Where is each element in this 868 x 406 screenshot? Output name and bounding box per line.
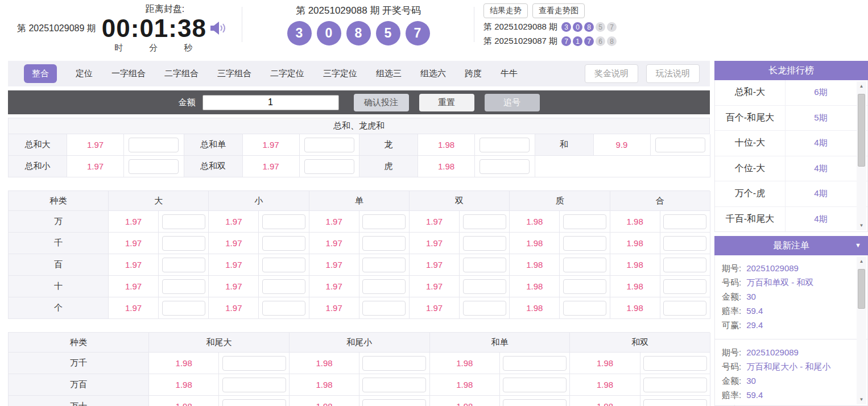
- bet-input[interactable]: [463, 279, 506, 294]
- scrollbar[interactable]: ▲ ▼: [857, 256, 866, 404]
- bet-input[interactable]: [162, 279, 205, 294]
- bet-input[interactable]: [262, 279, 305, 294]
- tab-dingwei[interactable]: 定位: [76, 68, 93, 79]
- odds-cell: 1.98: [290, 374, 359, 396]
- bet-input[interactable]: [304, 159, 354, 174]
- column-header: 小: [209, 191, 309, 211]
- bet-input[interactable]: [222, 378, 286, 392]
- tab-zuxuan3[interactable]: 组选三: [376, 68, 402, 79]
- bet-input[interactable]: [563, 214, 606, 229]
- scrollbar-thumb[interactable]: [858, 94, 865, 167]
- bet-input[interactable]: [162, 236, 205, 251]
- bet-input-cell: [660, 233, 710, 254]
- amount-input[interactable]: [202, 95, 339, 110]
- bet-input[interactable]: [162, 301, 205, 316]
- scroll-down-icon[interactable]: ▼: [857, 395, 866, 404]
- bet-input[interactable]: [655, 138, 705, 152]
- bet-input[interactable]: [663, 301, 706, 316]
- bet-input[interactable]: [362, 236, 406, 251]
- bet-input[interactable]: [262, 214, 305, 229]
- reset-button[interactable]: 重置: [419, 94, 474, 111]
- column-header: 质: [510, 191, 610, 211]
- tab-kuadu[interactable]: 跨度: [465, 68, 482, 79]
- bet-input[interactable]: [222, 399, 286, 406]
- bet-input[interactable]: [362, 301, 406, 316]
- bet-input[interactable]: [129, 138, 179, 152]
- bet-input[interactable]: [643, 356, 707, 371]
- bet-input[interactable]: [463, 236, 506, 251]
- scrollbar-thumb[interactable]: [858, 269, 865, 309]
- speaker-icon[interactable]: [210, 20, 228, 36]
- tab-sanzi-zuhe[interactable]: 三字组合: [217, 68, 251, 79]
- dragon-rank-header: 长龙排行榜: [714, 61, 868, 80]
- bet-input[interactable]: [563, 279, 606, 294]
- bet-input[interactable]: [463, 258, 506, 272]
- bet-input[interactable]: [463, 214, 506, 229]
- confirm-bet-button[interactable]: 确认投注: [354, 94, 409, 111]
- bet-input[interactable]: [563, 236, 606, 251]
- collapse-caret-icon[interactable]: ▼: [855, 242, 861, 248]
- bet-input[interactable]: [663, 214, 706, 229]
- scrollbar[interactable]: ▲ ▼: [857, 81, 866, 230]
- bet-input[interactable]: [563, 258, 606, 272]
- bet-input[interactable]: [362, 258, 406, 272]
- bet-input[interactable]: [262, 301, 305, 316]
- rules-info-button[interactable]: 玩法说明: [646, 64, 700, 83]
- bet-input[interactable]: [262, 258, 305, 272]
- bet-input[interactable]: [503, 378, 567, 392]
- bet-input-cell: [159, 211, 209, 233]
- odds-cell: 1.98: [418, 156, 475, 177]
- amount-label: 金额: [179, 97, 196, 108]
- tab-sanzi-dingwei[interactable]: 三字定位: [323, 68, 357, 79]
- bet-input[interactable]: [222, 356, 286, 371]
- bet-input[interactable]: [362, 214, 406, 229]
- scroll-up-icon[interactable]: ▲: [857, 82, 866, 90]
- odds-cell: 1.98: [510, 276, 560, 297]
- bet-input-cell: [359, 211, 410, 233]
- bonus-info-button[interactable]: 奖金说明: [585, 64, 638, 83]
- row-label: 万千: [9, 353, 149, 374]
- bet-input[interactable]: [643, 399, 707, 406]
- odds-cell: 1.97: [410, 297, 460, 319]
- tab-zhenghe[interactable]: 整合: [24, 64, 57, 83]
- row-label: 千: [9, 233, 109, 254]
- bet-input[interactable]: [463, 301, 506, 316]
- odds-cell: 1.97: [109, 233, 159, 254]
- result-trend-button[interactable]: 结果走势: [483, 3, 528, 18]
- bet-input[interactable]: [362, 378, 426, 392]
- order-amount-label: 金额:: [722, 374, 741, 388]
- tab-erzi-zuhe[interactable]: 二字组合: [164, 68, 199, 79]
- history-issue: 第 20251029088 期: [483, 22, 557, 32]
- bet-input[interactable]: [362, 399, 426, 406]
- bet-input[interactable]: [304, 138, 354, 152]
- bet-input-cell: [159, 254, 209, 276]
- chase-number-button[interactable]: 追号: [485, 94, 540, 111]
- bet-input[interactable]: [129, 159, 179, 174]
- bet-input[interactable]: [643, 378, 707, 392]
- tab-erzi-dingwei[interactable]: 二字定位: [270, 68, 304, 79]
- bet-input[interactable]: [162, 258, 205, 272]
- bet-input[interactable]: [162, 214, 205, 229]
- tab-yizi-zuhe[interactable]: 一字组合: [111, 68, 146, 79]
- odds-cell: 1.98: [430, 353, 500, 374]
- tab-niuniu[interactable]: 牛牛: [501, 68, 518, 79]
- bet-input[interactable]: [663, 258, 706, 272]
- column-header: 大: [109, 191, 209, 211]
- order-win-label: 可赢:: [722, 402, 741, 406]
- bet-input[interactable]: [480, 159, 530, 174]
- row-label: 万百: [9, 374, 149, 396]
- bet-input[interactable]: [563, 301, 606, 316]
- bet-input[interactable]: [480, 138, 530, 152]
- bet-input[interactable]: [503, 356, 567, 371]
- scroll-up-icon[interactable]: ▲: [857, 257, 866, 266]
- bet-input[interactable]: [362, 279, 406, 294]
- tab-zuxuan6[interactable]: 组选六: [420, 68, 446, 79]
- bet-input[interactable]: [362, 356, 426, 371]
- view-chart-button[interactable]: 查看走势图: [532, 3, 585, 18]
- bet-input[interactable]: [663, 236, 706, 251]
- scroll-down-icon[interactable]: ▼: [857, 221, 866, 230]
- bet-input-cell: [359, 276, 410, 297]
- bet-input[interactable]: [262, 236, 305, 251]
- bet-input[interactable]: [503, 399, 567, 406]
- bet-input[interactable]: [663, 279, 706, 294]
